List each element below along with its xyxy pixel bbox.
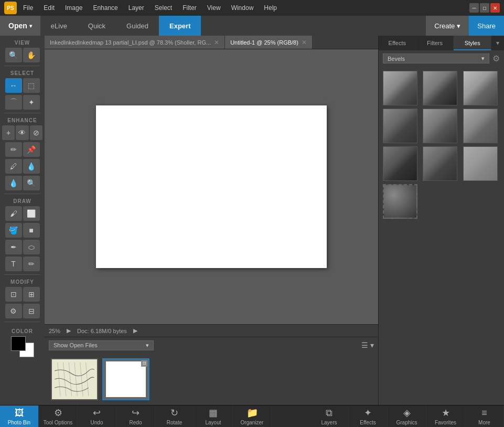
dock-layout[interactable]: ▦ Layout xyxy=(194,405,233,427)
enhance-tool6[interactable]: 🖊 xyxy=(5,159,22,174)
text-tool[interactable]: T xyxy=(5,257,22,271)
brush-tool[interactable]: 🖌 xyxy=(5,206,22,221)
style-item-7[interactable] xyxy=(383,146,417,181)
open-button[interactable]: Open ▾ xyxy=(0,16,40,36)
menu-file[interactable]: File xyxy=(19,2,37,14)
style-item-4[interactable] xyxy=(383,109,417,143)
panel-tab-filters[interactable]: Filters xyxy=(416,36,454,50)
style-item-3[interactable] xyxy=(463,71,498,105)
dock-organizer[interactable]: 📁 Organizer xyxy=(233,405,272,427)
filmstrip-dropdown-arrow: ▾ xyxy=(146,342,149,349)
style-item-2[interactable] xyxy=(423,71,457,105)
status-expand-icon[interactable]: ▶ xyxy=(133,327,137,334)
style-item-9[interactable] xyxy=(463,146,498,181)
enhance-tool4[interactable]: ✏ xyxy=(5,142,22,157)
enhance-tool2[interactable]: 👁 xyxy=(16,125,28,140)
toolbar-divider-2 xyxy=(4,113,40,113)
dock-rotate[interactable]: ↻ Rotate xyxy=(155,405,194,427)
canvas-area[interactable] xyxy=(45,49,378,324)
menu-select[interactable]: Select xyxy=(151,2,176,14)
lasso-tool[interactable]: ⌒ xyxy=(5,95,22,110)
menu-layer[interactable]: Layer xyxy=(124,2,148,14)
filmstrip-dropdown[interactable]: Show Open Files ▾ xyxy=(49,340,154,350)
eraser-tool[interactable]: ⬜ xyxy=(23,206,40,221)
hand-tool[interactable]: ✋ xyxy=(23,48,40,62)
dock-undo[interactable]: ↩ Undo xyxy=(78,405,116,427)
filmstrip-panel: Show Open Files ▾ ☰ ▾ xyxy=(45,337,378,405)
enhance-tool5[interactable]: 📌 xyxy=(23,142,40,157)
menu-view[interactable]: View xyxy=(203,2,225,14)
dock-layers[interactable]: ⧉ Layers xyxy=(310,405,349,427)
foreground-color-swatch[interactable] xyxy=(11,336,26,351)
tool-options-icon: ⚙ xyxy=(54,407,62,419)
dock-photo-bin[interactable]: 🖼 Photo Bin xyxy=(0,405,39,427)
modify-tool3[interactable]: ⚙ xyxy=(5,304,22,318)
pen-tool[interactable]: ✒ xyxy=(5,240,22,254)
enhance-zoom[interactable]: 🔍 xyxy=(23,176,40,190)
styles-category-dropdown[interactable]: Bevels ▾ xyxy=(383,54,489,63)
status-arrow-icon[interactable]: ▶ xyxy=(67,327,71,334)
style-item-10[interactable] xyxy=(383,184,417,219)
file-tab-1-name: InkedInkedInkedmap 13 partial_LI.psd @ 7… xyxy=(50,39,211,46)
filmstrip-expand-icon[interactable]: ▾ xyxy=(370,341,374,349)
enhance-tool1[interactable]: + xyxy=(2,125,15,140)
create-label: Create xyxy=(434,22,455,30)
menu-filter[interactable]: Filter xyxy=(178,2,201,14)
draw-tools-row1: 🖌 ⬜ xyxy=(0,205,45,222)
zoom-tool[interactable]: 🔍 xyxy=(5,48,22,62)
file-tab-2-close[interactable]: ✕ xyxy=(302,39,307,46)
dock-graphics[interactable]: ◈ Graphics xyxy=(388,405,426,427)
paint-bucket-tool[interactable]: 🪣 xyxy=(5,223,22,238)
crop-tool[interactable]: ⊡ xyxy=(5,287,22,302)
file-tab-1-close[interactable]: ✕ xyxy=(214,39,219,46)
menu-help[interactable]: Help xyxy=(260,2,281,14)
dock-tool-options[interactable]: ⚙ Tool Options xyxy=(39,405,78,427)
panel-settings-icon[interactable]: ⚙ xyxy=(492,54,500,63)
shape-tool[interactable]: ■ xyxy=(23,223,40,238)
thumbnail-1[interactable] xyxy=(51,358,98,400)
style-item-1[interactable] xyxy=(383,71,417,105)
enhance-tool7[interactable]: 💧 xyxy=(23,159,40,174)
move-tool[interactable]: ↔ xyxy=(5,78,22,93)
menu-edit[interactable]: Edit xyxy=(39,2,59,14)
draw-tool7[interactable]: ✏ xyxy=(23,257,40,271)
create-button[interactable]: Create ▾ xyxy=(426,16,469,36)
filmstrip-dropdown-label: Show Open Files xyxy=(53,342,98,348)
toolbar-divider-4 xyxy=(4,274,40,275)
dock-redo[interactable]: ↪ Redo xyxy=(116,405,155,427)
dock-favorites[interactable]: ★ Favorites xyxy=(426,405,465,427)
magic-wand-tool[interactable]: ✦ xyxy=(23,95,40,110)
tab-expert[interactable]: Expert xyxy=(159,16,201,36)
close-button[interactable]: ✕ xyxy=(490,3,500,13)
panel-tab-effects[interactable]: Effects xyxy=(379,36,416,50)
maximize-button[interactable]: □ xyxy=(480,3,489,13)
menu-enhance[interactable]: Enhance xyxy=(89,2,122,14)
tab-quick[interactable]: Quick xyxy=(78,16,116,36)
menu-window[interactable]: Window xyxy=(227,2,258,14)
enhance-tools-row3: 🖊 💧 xyxy=(0,158,45,175)
tab-guided[interactable]: Guided xyxy=(116,16,159,36)
share-button[interactable]: Share xyxy=(469,16,504,36)
file-tab-2[interactable]: Untitled-1 @ 25% (RGB/8) ✕ xyxy=(225,36,313,49)
modify-tool4[interactable]: ⊟ xyxy=(23,304,40,318)
file-tab-1[interactable]: InkedInkedInkedmap 13 partial_LI.psd @ 7… xyxy=(45,36,225,49)
style-item-6[interactable] xyxy=(463,109,498,143)
enhance-tool3[interactable]: ⊘ xyxy=(30,125,42,140)
dock-more[interactable]: ≡ More xyxy=(465,405,504,427)
open-arrow-icon: ▾ xyxy=(29,23,32,29)
svg-rect-0 xyxy=(52,359,97,399)
minimize-button[interactable]: ─ xyxy=(469,3,479,13)
menu-image[interactable]: Image xyxy=(61,2,87,14)
thumbnail-2[interactable]: ⊡ xyxy=(102,358,149,400)
eyedropper-tool[interactable]: 💧 xyxy=(5,176,22,190)
draw-shape2[interactable]: ⬭ xyxy=(23,240,40,254)
panel-tab-styles[interactable]: Styles xyxy=(454,36,491,50)
panel-tab-more-icon[interactable]: ▾ xyxy=(491,36,504,50)
style-item-8[interactable] xyxy=(423,146,457,181)
dock-effects[interactable]: ✦ Effects xyxy=(349,405,388,427)
marquee-tool[interactable]: ⬚ xyxy=(23,78,40,93)
transform-tool[interactable]: ⊞ xyxy=(23,287,40,302)
filmstrip-menu-icon[interactable]: ☰ xyxy=(361,341,368,349)
style-item-5[interactable] xyxy=(423,109,457,143)
tab-elive[interactable]: eLive xyxy=(40,16,78,36)
